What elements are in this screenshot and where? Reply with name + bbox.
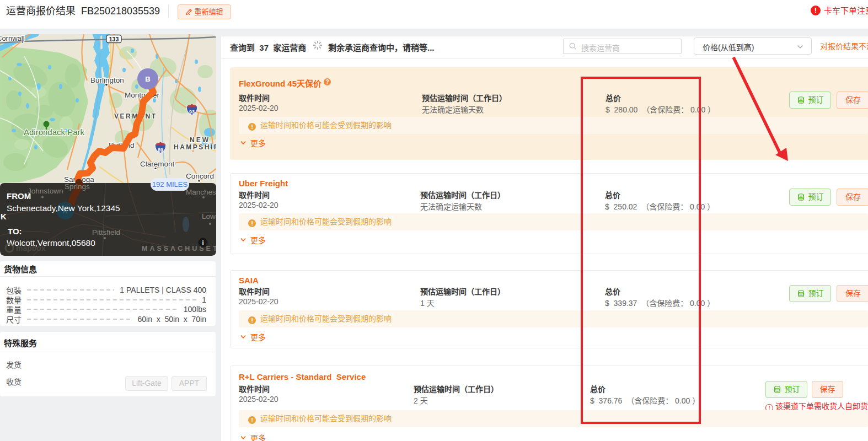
svg-text:93: 93 xyxy=(189,109,195,115)
svg-text:Claremont: Claremont xyxy=(140,160,175,168)
svg-text:89: 89 xyxy=(158,147,163,153)
svg-text:Pittsfield: Pittsfield xyxy=(92,228,120,236)
svg-text:Concord: Concord xyxy=(186,172,214,180)
svg-text:HAMPSHIRE: HAMPSHIRE xyxy=(174,143,216,151)
svg-text:Schenectady,New York,12345: Schenectady,New York,12345 xyxy=(7,203,120,213)
svg-text:FROM: FROM xyxy=(7,191,31,201)
svg-text:TO:: TO: xyxy=(8,227,22,236)
svg-text:B: B xyxy=(145,75,150,83)
svg-text:mapbox: mapbox xyxy=(16,244,46,252)
svg-text:K: K xyxy=(1,212,7,221)
svg-text:NEW: NEW xyxy=(190,136,210,144)
svg-text:i: i xyxy=(202,239,203,246)
svg-text:Springs: Springs xyxy=(65,182,90,191)
svg-text:Adirondack Park: Adirondack Park xyxy=(24,127,85,137)
svg-text:133: 133 xyxy=(109,36,119,42)
svg-text:Cornwall: Cornwall xyxy=(0,34,25,42)
svg-text:Manchester: Manchester xyxy=(186,188,216,196)
svg-text:Lowell: Lowell xyxy=(202,212,216,220)
svg-text:Johnstown: Johnstown xyxy=(28,187,63,195)
svg-text:192 MILES: 192 MILES xyxy=(152,180,188,189)
